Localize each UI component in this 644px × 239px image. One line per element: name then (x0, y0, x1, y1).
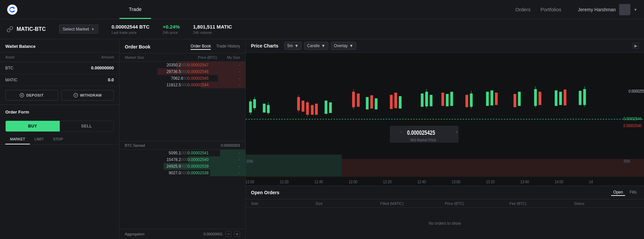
svg-text:13:00: 13:00 (452, 179, 460, 185)
svg-rect-67 (538, 92, 541, 105)
svg-rect-56 (450, 92, 453, 106)
svg-rect-61 (491, 90, 493, 105)
ob-sell-row-0[interactable]: 20350.2000 0.00002547 - (120, 62, 245, 68)
oo-col-fee: Fee (BTC) (510, 201, 574, 205)
order-type-limit[interactable]: LIMIT (30, 134, 48, 144)
svg-rect-39 (325, 101, 327, 114)
chart-body[interactable]: 11:00 11:20 11:40 12:00 12:20 12:40 13:0… (246, 53, 644, 186)
svg-rect-62 (495, 93, 498, 105)
select-market-button[interactable]: Select Market ▼ (59, 25, 98, 34)
wallet-row-matic: MATIC 0.0 (0, 74, 119, 86)
order-type-stop[interactable]: STOP (48, 134, 68, 144)
oo-tab-fills[interactable]: Fills (628, 189, 639, 196)
price-change-value: +0.24% (163, 24, 180, 30)
buy-sell-tabs: BUY SELL (5, 120, 114, 132)
wallet-asset-matic: MATIC (0, 74, 48, 86)
ob-buy-row-0[interactable]: 5095.1000 0.00002541 - (120, 150, 245, 156)
user-name: Jeremy Harshman (578, 7, 616, 12)
svg-text:0.0000255: 0.0000255 (628, 89, 644, 94)
ob-sell-row-1[interactable]: 29736.5000 0.00002546 - (120, 68, 245, 75)
svg-text:13:20: 13:20 (486, 179, 495, 185)
overlay-select[interactable]: Overlay ▼ (331, 42, 356, 50)
ob-sell-row-2[interactable]: 7062.600 0.00002545 - (120, 75, 245, 82)
open-orders-tabs: Open Fills (611, 189, 639, 196)
candle-select[interactable]: Candle ▼ (304, 42, 328, 50)
svg-rect-46 (375, 98, 377, 109)
ob-buy-row-1[interactable]: 15478.2000 0.00002540 - (120, 156, 245, 163)
svg-rect-70 (564, 90, 566, 106)
ob-sell-row-3[interactable]: 11812.5000 0.00002544 - (120, 82, 245, 88)
orderbook-title: Order Book (125, 44, 150, 49)
svg-rect-18 (342, 159, 644, 177)
chart-title: Price Charts (251, 43, 278, 48)
nav-tab-trade[interactable]: Trade (120, 0, 151, 19)
user-menu-chevron-icon[interactable]: ▼ (634, 8, 637, 12)
volume-stat: 1,801,511 MATIC 24h volume (193, 24, 232, 35)
market-header: MATIC-BTC Select Market ▼ 0.00002544 BTC… (0, 19, 644, 39)
svg-text:200k: 200k (623, 159, 630, 163)
oo-col-price: Price (BTC) (445, 201, 510, 205)
user-avatar[interactable] (619, 4, 630, 15)
svg-rect-45 (370, 95, 373, 109)
left-panel: Wallet Balance Asset Amount BTC 0.000000… (0, 39, 120, 239)
oo-column-headers: Side Size Filled (MATIC) Price (BTC) Fee… (246, 199, 644, 208)
oo-col-filled: Filled (MATIC) (380, 201, 445, 205)
wallet-actions: DEPOSIT WITHDRAW (0, 86, 119, 105)
oo-col-size: Size (316, 201, 380, 205)
ob-buy-row-3[interactable]: 9027.0000 0.00002538 - (120, 170, 245, 176)
svg-rect-37 (311, 105, 314, 115)
market-name: MATIC-BTC (7, 26, 46, 33)
timeframe-select[interactable]: 5m ▼ (284, 42, 301, 50)
price-change-stat: +0.24% 24h price (163, 24, 180, 35)
svg-text:14: 14 (589, 179, 593, 185)
svg-rect-44 (366, 97, 368, 109)
tab-trade-history[interactable]: Trade History (216, 44, 240, 50)
spread-label: BTC Spread (125, 143, 145, 147)
chart-expand-button[interactable]: ▶ (633, 43, 639, 49)
svg-rect-40 (329, 102, 332, 113)
svg-point-0 (7, 4, 18, 15)
withdraw-button[interactable]: WITHDRAW (61, 90, 114, 101)
orderbook-tab-links: Order Book Trade History (191, 44, 240, 50)
aggregation-decrease-button[interactable]: − (225, 231, 231, 237)
logo-area (0, 4, 120, 15)
col-market-size: Market Size (125, 55, 171, 59)
order-type-market[interactable]: MARKET (5, 134, 30, 144)
deposit-icon (20, 93, 24, 98)
svg-text:13:40: 13:40 (521, 179, 529, 185)
price-chart-svg: 11:00 11:20 11:40 12:00 12:20 12:40 13:0… (246, 53, 644, 186)
wallet-balance-header: Wallet Balance (0, 39, 119, 52)
link-icon (7, 26, 13, 33)
oo-tab-open[interactable]: Open (611, 189, 625, 196)
main-layout: Wallet Balance Asset Amount BTC 0.000000… (0, 39, 644, 239)
ob-buy-row-2[interactable]: 24925.9000 0.00002539 - (120, 163, 245, 170)
overlay-chevron-icon: ▼ (349, 43, 353, 48)
orderbook-header: Order Book Order Book Trade History (120, 39, 245, 53)
svg-text:14:00: 14:00 (555, 179, 563, 185)
svg-rect-43 (357, 94, 360, 107)
svg-rect-17 (246, 155, 342, 177)
coinbase-logo-icon[interactable] (7, 4, 18, 15)
tab-order-book[interactable]: Order Book (191, 44, 211, 50)
aggregation-increase-button[interactable]: + (234, 231, 240, 237)
svg-rect-38 (315, 104, 318, 115)
timeframe-value: 5m (287, 43, 293, 48)
svg-rect-29 (263, 104, 266, 113)
svg-text:0.000025425: 0.000025425 (407, 129, 435, 136)
volume-value: 1,801,511 MATIC (193, 24, 232, 30)
nav-tab-orders[interactable]: Orders (515, 7, 530, 12)
svg-rect-34 (302, 101, 304, 112)
sell-tab[interactable]: SELL (60, 121, 114, 131)
user-area: Jeremy Harshman ▼ (571, 4, 644, 15)
trading-pair: MATIC-BTC (17, 26, 46, 32)
nav-tab-portfolios[interactable]: Portfolios (540, 7, 561, 12)
timeframe-chevron-icon: ▼ (294, 43, 298, 48)
aggregation-controls: 0.00000001 − + (203, 231, 240, 237)
last-trade-price-stat: 0.00002544 BTC Last trade price (112, 24, 149, 35)
deposit-button[interactable]: DEPOSIT (5, 90, 58, 101)
spread-row: BTC Spread 0.00000003 (120, 141, 245, 150)
buy-tab[interactable]: BUY (6, 121, 60, 131)
chart-toolbar: Price Charts 5m ▼ Candle ▼ Overlay ▼ ▶ (246, 39, 644, 53)
svg-text:0.00002544: 0.00002544 (623, 116, 642, 121)
svg-text:0.00002540: 0.00002540 (623, 123, 642, 128)
